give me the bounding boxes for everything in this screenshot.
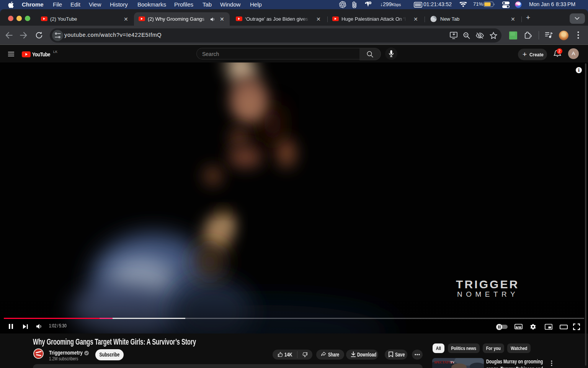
svg-text:TV: TV	[450, 360, 455, 364]
